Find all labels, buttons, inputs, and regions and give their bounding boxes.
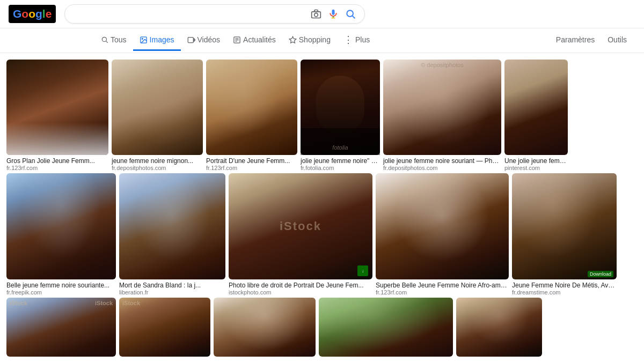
images-nav-icon (140, 36, 148, 44)
nav-item-images[interactable]: Images (133, 30, 181, 51)
nav-item-outils[interactable]: Outils (601, 30, 633, 51)
image-card[interactable] (319, 298, 453, 357)
svg-marker-17 (289, 36, 296, 43)
card-source: liberation.fr (119, 289, 225, 295)
svg-rect-11 (188, 37, 193, 42)
card-title: jeune femme noire mignon... (112, 157, 203, 165)
card-title: jolie jeune femme noire souriant — Photo… (383, 157, 501, 165)
nav-item-parametres[interactable]: Paramètres (550, 30, 601, 51)
image-card[interactable] (456, 298, 542, 357)
search-input[interactable]: jeune femme noire (74, 9, 306, 19)
svg-line-8 (106, 41, 108, 43)
nav-item-shopping[interactable]: Shopping (282, 30, 337, 51)
search-icons (311, 9, 356, 19)
card-title: Superbe Belle Jeune Femme Noire Afro-amé… (376, 282, 509, 289)
nav-item-videos[interactable]: Vidéos (181, 30, 227, 51)
image-card[interactable]: Belle jeune femme noire souriante... fr.… (6, 173, 116, 295)
card-source: fr.dreamstime.com (512, 289, 617, 295)
card-source: fr.freepik.com (6, 289, 116, 295)
card-source: fr.123rf.com (206, 165, 297, 171)
image-card[interactable]: Une jolie jeune femme n... pinterest.com (504, 60, 568, 171)
videos-nav-icon (187, 36, 195, 44)
card-title: Gros Plan Jolie Jeune Femm... (6, 157, 108, 165)
card-source: fr.fotolia.com (301, 165, 380, 171)
nav-item-plus[interactable]: ⋮ Plus (337, 28, 376, 53)
header: Google jeune femme noire (0, 0, 644, 28)
image-card[interactable]: Gros Plan Jolie Jeune Femm... fr.123rf.c… (6, 60, 108, 171)
image-card[interactable]: iStock (119, 298, 210, 357)
svg-line-6 (353, 16, 355, 19)
google-logo[interactable]: Google (9, 5, 56, 23)
card-title: Mort de Sandra Bland : la j... (119, 282, 225, 289)
search-nav-icon (101, 36, 108, 43)
nav-plus-label: Plus (355, 35, 370, 44)
image-card[interactable]: fotolia jolie jeune femme noire" p... fr… (301, 60, 380, 171)
card-title: Une jolie jeune femme n... (504, 157, 568, 165)
card-title: Photo libre de droit de Portrait De Jeun… (229, 282, 372, 289)
image-card[interactable]: iStock ↓ Photo libre de droit de Portrai… (229, 173, 372, 295)
image-row-2: Belle jeune femme noire souriante... fr.… (6, 173, 644, 295)
svg-point-10 (142, 38, 143, 39)
svg-marker-12 (194, 39, 195, 41)
image-row-1: Gros Plan Jolie Jeune Femm... fr.123rf.c… (6, 60, 644, 171)
shopping-nav-icon (289, 36, 297, 44)
image-card[interactable]: jeune femme noire mignon... fr.depositph… (112, 60, 203, 171)
image-card[interactable]: iStock iStock (6, 298, 116, 357)
svg-point-5 (347, 10, 354, 17)
camera-icon[interactable] (311, 9, 321, 19)
image-card[interactable]: Mort de Sandra Bland : la j... liberatio… (119, 173, 225, 295)
card-title: Jeune Femme Noire De Métis, Avec... (512, 282, 617, 289)
search-bar: jeune femme noire (64, 4, 365, 24)
svg-point-7 (102, 37, 106, 41)
mic-icon[interactable] (328, 9, 339, 19)
nav-bar: Tous Images Vidéos Actualités Shopping ⋮… (0, 28, 644, 53)
svg-point-1 (314, 13, 318, 17)
image-card[interactable]: © depositphotos jolie jeune femme noire … (383, 60, 501, 171)
card-title: Portrait D'une Jeune Femm... (206, 157, 297, 165)
image-row-3: iStock iStock iStock (6, 298, 644, 357)
card-source: fr.123rf.com (376, 289, 509, 295)
nav-images-label: Images (150, 35, 174, 44)
search-icon[interactable] (345, 9, 356, 19)
news-nav-icon (233, 36, 241, 44)
card-title: jolie jeune femme noire" p... (301, 157, 380, 165)
card-source: fr.123rf.com (6, 165, 108, 171)
nav-shopping-label: Shopping (299, 35, 331, 44)
nav-videos-label: Vidéos (197, 35, 221, 44)
card-source: fr.depositphotos.com (112, 165, 203, 171)
image-card[interactable] (214, 298, 316, 357)
image-card[interactable]: Portrait D'une Jeune Femm... fr.123rf.co… (206, 60, 297, 171)
card-source: pinterest.com (504, 165, 568, 171)
nav-outils-label: Outils (608, 35, 627, 44)
image-card[interactable]: Download Jeune Femme Noire De Métis, Ave… (512, 173, 617, 295)
nav-item-tous[interactable]: Tous (94, 30, 133, 51)
plus-dots-icon: ⋮ (343, 34, 353, 46)
svg-rect-2 (332, 10, 335, 15)
images-grid: Gros Plan Jolie Jeune Femm... fr.123rf.c… (0, 53, 644, 357)
nav-parametres-label: Paramètres (556, 35, 595, 44)
card-source: fr.depositphotos.com (383, 165, 501, 171)
nav-item-actualites[interactable]: Actualités (226, 30, 282, 51)
nav-actualites-label: Actualités (243, 35, 276, 44)
card-title: Belle jeune femme noire souriante... (6, 282, 116, 289)
image-card[interactable]: Superbe Belle Jeune Femme Noire Afro-amé… (376, 173, 509, 295)
nav-tous-label: Tous (111, 35, 127, 44)
card-source: istockphoto.com (229, 289, 372, 295)
